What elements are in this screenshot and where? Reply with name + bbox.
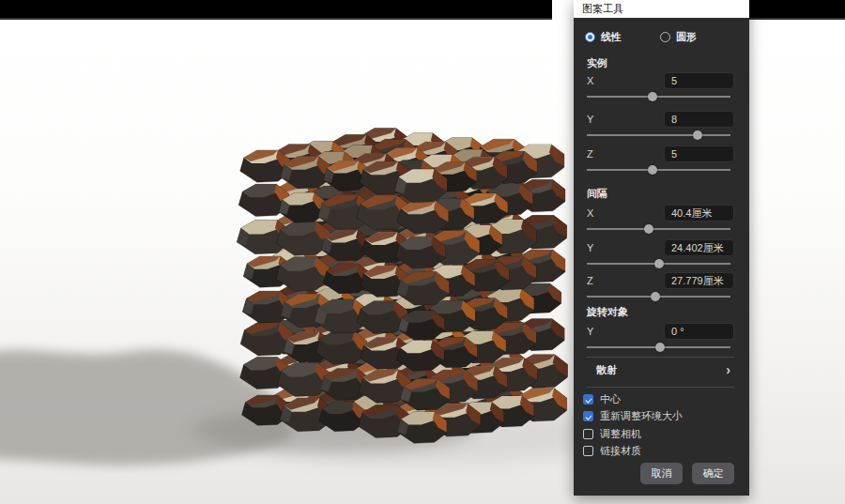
scatter-row[interactable]: 散射 › xyxy=(587,359,734,380)
section-title-spacing: 间隔 xyxy=(587,187,607,200)
instances-y-input[interactable]: 8 xyxy=(664,111,734,128)
instances-y-slider[interactable] xyxy=(587,130,730,140)
scatter-label: 散射 xyxy=(596,363,617,377)
slider-handle[interactable] xyxy=(648,92,657,101)
checkbox-label: 重新调整环境大小 xyxy=(600,409,683,423)
spacing-y-row: Y 24.402厘米 xyxy=(587,239,734,268)
checkbox-row-center[interactable]: 中心 xyxy=(583,393,621,405)
radio-option-circular[interactable]: 圆形 xyxy=(660,30,697,44)
pattern-type-radio-group: 线性 圆形 xyxy=(585,30,738,43)
instances-z-row: Z 5 xyxy=(587,145,734,175)
axis-label-z: Z xyxy=(587,148,593,160)
slider-track[interactable] xyxy=(587,169,730,171)
checkbox-label: 中心 xyxy=(600,392,621,406)
checkbox-label: 调整相机 xyxy=(600,427,641,441)
checkbox-icon[interactable] xyxy=(583,446,593,456)
chevron-right-icon: › xyxy=(726,363,730,376)
instances-x-input[interactable]: 5 xyxy=(664,72,734,89)
checkbox-row-adjust-camera[interactable]: 调整相机 xyxy=(583,428,641,440)
section-title-instances: 实例 xyxy=(587,56,607,69)
checkbox-icon[interactable] xyxy=(583,394,593,405)
spacing-x-row: X 40.4厘米 xyxy=(587,205,734,234)
slider-handle[interactable] xyxy=(693,130,702,140)
section-title-rotation: 旋转对象 xyxy=(587,305,628,318)
rotation-y-input[interactable]: 0 ° xyxy=(664,323,734,340)
slider-handle[interactable] xyxy=(644,224,653,234)
axis-label-y: Y xyxy=(587,326,593,337)
panel-title: 图案工具 xyxy=(582,2,623,16)
axis-label-x: X xyxy=(587,75,593,86)
pattern-tool-panel: 图案工具 线性 圆形 实例 X 5 Y xyxy=(574,0,749,496)
checkbox-row-link-material[interactable]: 链接材质 xyxy=(583,445,641,457)
slider-handle[interactable] xyxy=(654,259,664,268)
spacing-z-row: Z 27.779厘米 xyxy=(587,272,734,301)
cancel-button[interactable]: 取消 xyxy=(640,463,683,484)
spacing-x-slider[interactable] xyxy=(587,224,730,234)
spacing-y-input[interactable]: 24.402厘米 xyxy=(664,239,734,256)
checkbox-row-resize-env[interactable]: 重新调整环境大小 xyxy=(583,410,683,422)
slider-handle[interactable] xyxy=(648,165,657,175)
dialog-buttons: 取消 确定 xyxy=(640,463,734,484)
instances-z-slider[interactable] xyxy=(587,165,730,175)
slider-handle[interactable] xyxy=(655,343,665,352)
spacing-x-input[interactable]: 40.4厘米 xyxy=(664,205,734,221)
divider xyxy=(587,357,734,358)
slider-track[interactable] xyxy=(587,134,730,136)
instances-x-row: X 5 xyxy=(587,72,734,101)
axis-label-x: X xyxy=(587,207,593,219)
instances-y-row: Y 8 xyxy=(587,111,734,140)
top-bar xyxy=(0,0,552,20)
spacing-y-slider[interactable] xyxy=(587,259,730,268)
rock-array[interactable] xyxy=(237,129,567,444)
checkbox-label: 链接材质 xyxy=(600,444,641,458)
axis-label-z: Z xyxy=(587,275,593,286)
app-window: 图案工具 线性 圆形 实例 X 5 Y xyxy=(0,0,845,504)
divider xyxy=(587,387,734,388)
slider-track[interactable] xyxy=(587,228,730,230)
radio-icon[interactable] xyxy=(585,32,595,42)
radio-label-linear: 线性 xyxy=(601,30,622,44)
radio-label-circular: 圆形 xyxy=(676,30,697,44)
confirm-button[interactable]: 确定 xyxy=(692,463,734,484)
instances-x-slider[interactable] xyxy=(587,92,730,101)
radio-option-linear[interactable]: 线性 xyxy=(585,30,622,44)
axis-label-y: Y xyxy=(587,114,593,125)
spacing-z-input[interactable]: 27.779厘米 xyxy=(664,272,734,289)
top-bar-right xyxy=(749,0,845,20)
rotation-y-row: Y 0 ° xyxy=(587,323,734,352)
checkbox-icon[interactable] xyxy=(583,411,593,421)
panel-title-bar[interactable]: 图案工具 xyxy=(574,0,749,18)
instances-z-input[interactable]: 5 xyxy=(664,145,734,162)
spacing-z-slider[interactable] xyxy=(587,292,730,301)
checkbox-icon[interactable] xyxy=(583,429,593,439)
radio-icon[interactable] xyxy=(660,32,670,42)
axis-label-y: Y xyxy=(587,242,593,253)
slider-handle[interactable] xyxy=(651,292,660,301)
rotation-y-slider[interactable] xyxy=(587,343,730,352)
slider-track[interactable] xyxy=(587,96,730,98)
